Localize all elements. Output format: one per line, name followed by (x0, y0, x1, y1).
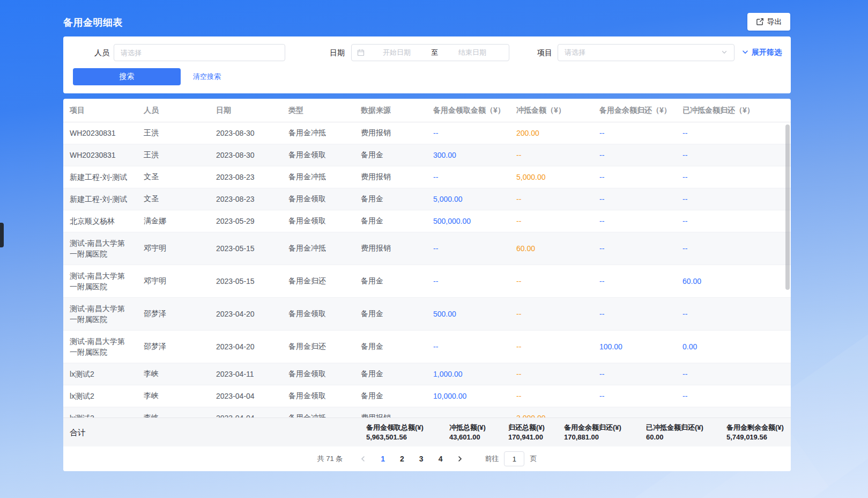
total-count: 共 71 条 (317, 454, 343, 464)
cell-draw-amount: -- (427, 414, 510, 418)
cell-offset-amount: -- (510, 151, 593, 159)
cell-project: 测试-南昌大学第一附属医院 (63, 331, 137, 363)
cell-offset-return: -- (676, 310, 791, 318)
summary-item-value: 170,881.00 (564, 433, 621, 442)
cell-offset-amount: -- (510, 370, 593, 378)
cell-balance-return: -- (593, 151, 676, 159)
date-label: 日期 (330, 44, 345, 61)
cell-type: 备用金领取 (282, 150, 354, 160)
cell-project: 新建工程-刘-测试 (63, 188, 137, 210)
cell-type: 备用金归还 (282, 276, 354, 286)
cell-draw-amount: 300.00 (427, 151, 510, 159)
page-number-3[interactable]: 3 (414, 455, 428, 463)
sidebar-drawer-handle[interactable] (0, 223, 4, 247)
cell-date: 2023-08-23 (210, 195, 282, 203)
summary-item-value: 43,601.00 (449, 433, 486, 442)
header-cell-type: 类型 (282, 106, 354, 115)
table-row: 北京顺义杨林 满金娜 2023-05-29 备用金领取 备用金 500,000.… (63, 210, 791, 232)
cell-offset-amount: 5,000.00 (510, 173, 593, 181)
summary-item-label: 备用金余额归还(¥) (564, 423, 621, 433)
cell-type: 备用金领取 (282, 369, 354, 379)
page-unit-label: 页 (530, 454, 537, 464)
date-range-input[interactable]: 开始日期 至 结束日期 (351, 44, 509, 61)
cell-offset-return: -- (676, 195, 791, 203)
header-cell-source: 数据来源 (354, 106, 427, 115)
start-date-input[interactable]: 开始日期 (366, 48, 428, 57)
petty-cash-table: 项目 人员 日期 类型 数据来源 备用金领取金额（¥） 冲抵金额（¥） 备用金余… (63, 99, 791, 471)
cell-type: 备用金冲抵 (282, 244, 354, 253)
cell-person: 文圣 (137, 194, 210, 204)
cell-source: 备用金 (354, 216, 427, 226)
page-number-1[interactable]: 1 (376, 455, 390, 463)
cell-type: 备用金领取 (282, 309, 354, 319)
cell-balance-return: -- (593, 310, 676, 318)
pagination: 共 71 条 1 2 3 4 前往 页 (63, 446, 791, 471)
summary-item: 已冲抵金额归还(¥) 60.00 (646, 423, 703, 442)
cell-project: 北京顺义杨林 (63, 210, 137, 232)
project-label: 项目 (537, 44, 552, 61)
cell-type: 备用金冲抵 (282, 172, 354, 182)
summary-item-label: 备用金剩余金额(¥) (726, 423, 784, 433)
clear-search-link[interactable]: 清空搜索 (193, 68, 221, 85)
cell-offset-amount: -- (510, 217, 593, 225)
summary-item-value: 170,941.00 (508, 433, 545, 442)
cell-draw-amount: -- (427, 277, 510, 285)
project-select-placeholder: 请选择 (565, 48, 585, 57)
project-select[interactable]: 请选择 (558, 44, 735, 61)
cell-person: 李峡 (137, 413, 210, 418)
cell-person: 邓宇明 (137, 276, 210, 286)
cell-person: 王洪 (137, 128, 210, 138)
summary-item: 归还总额(¥) 170,941.00 (508, 423, 545, 442)
cell-source: 备用金 (354, 194, 427, 204)
next-page-button[interactable] (452, 456, 468, 462)
person-input[interactable] (114, 44, 285, 61)
cell-type: 备用金领取 (282, 194, 354, 204)
cell-offset-amount: 60.00 (510, 244, 593, 253)
cell-offset-amount: -- (510, 392, 593, 400)
table-row: lx测试2 李峡 2023-04-11 备用金领取 备用金 1,000.00 -… (63, 363, 791, 385)
table-scrollbar-thumb[interactable] (785, 124, 790, 290)
cell-draw-amount: -- (427, 173, 510, 181)
page-number-4[interactable]: 4 (434, 455, 448, 463)
cell-offset-amount: -- (510, 342, 593, 351)
prev-page-button[interactable] (355, 456, 370, 462)
cell-draw-amount: -- (427, 129, 510, 137)
expand-filter-link[interactable]: 展开筛选 (741, 44, 782, 61)
cell-draw-amount: -- (427, 342, 510, 351)
page-number-2[interactable]: 2 (395, 455, 409, 463)
cell-balance-return: -- (593, 173, 676, 181)
summary-row: 合计 备用金领取总额(¥) 5,963,501.56 冲抵总额(¥) 43,60… (63, 418, 791, 446)
cell-draw-amount: 500.00 (427, 310, 510, 318)
summary-item-value: 60.00 (646, 433, 703, 442)
person-label: 人员 (94, 44, 109, 61)
cell-source: 费用报销 (354, 413, 427, 418)
cell-draw-amount: 1,000.00 (427, 370, 510, 378)
table-row: 新建工程-刘-测试 文圣 2023-08-23 备用金领取 备用金 5,000.… (63, 188, 791, 210)
table-row: WH20230831 王洪 2023-08-30 备用金领取 备用金 300.0… (63, 144, 791, 166)
date-separator: 至 (428, 48, 441, 57)
cell-source: 备用金 (354, 369, 427, 379)
cell-date: 2023-08-30 (210, 151, 282, 159)
cell-draw-amount: 500,000.00 (427, 217, 510, 225)
summary-item-label: 备用金领取总额(¥) (366, 423, 424, 433)
cell-person: 邵梦泽 (137, 309, 210, 319)
cell-offset-return: -- (676, 173, 791, 181)
cell-date: 2023-08-30 (210, 129, 282, 137)
cell-type: 备用金领取 (282, 216, 354, 226)
summary-total-label: 合计 (70, 418, 86, 447)
cell-offset-return: -- (676, 244, 791, 253)
table-row: WH20230831 王洪 2023-08-30 备用金冲抵 费用报销 -- 2… (63, 122, 791, 144)
cell-project: 测试-南昌大学第一附属医院 (63, 232, 137, 265)
cell-date: 2023-05-15 (210, 244, 282, 253)
cell-draw-amount: 10,000.00 (427, 392, 510, 400)
cell-type: 备用金冲抵 (282, 128, 354, 138)
cell-project: lx测试2 (63, 407, 137, 418)
export-button[interactable]: 导出 (747, 13, 790, 31)
search-button[interactable]: 搜索 (73, 68, 181, 85)
cell-type: 备用金领取 (282, 391, 354, 401)
goto-page-input[interactable] (504, 451, 524, 466)
cell-offset-amount: 200.00 (510, 129, 593, 137)
cell-draw-amount: 5,000.00 (427, 195, 510, 203)
cell-balance-return: -- (593, 244, 676, 253)
end-date-input[interactable]: 结束日期 (441, 48, 503, 57)
